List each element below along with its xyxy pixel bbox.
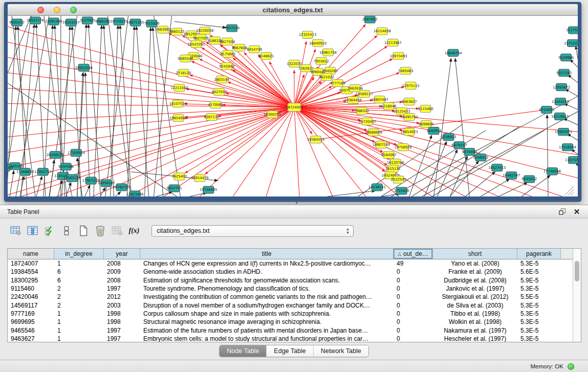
- table-row[interactable]: 969969511998Structural magnetic resonanc…: [8, 318, 573, 326]
- tab-edge-table[interactable]: Edge Table: [267, 345, 313, 357]
- tab-network-table[interactable]: Network Table: [314, 345, 368, 357]
- cell-pagerank[interactable]: 5.9E-5: [517, 277, 561, 284]
- cell-out_de[interactable]: 0: [394, 335, 433, 342]
- cell-out_de[interactable]: 0: [394, 302, 433, 309]
- function-builder-icon[interactable]: f(x): [127, 224, 141, 237]
- cell-name[interactable]: 19384554: [8, 268, 54, 275]
- cell-title[interactable]: Corpus callosum shape and size in male p…: [140, 310, 394, 317]
- cell-short[interactable]: Yano et al. (2008): [433, 260, 517, 267]
- cell-pagerank[interactable]: 5.6E-5: [517, 268, 561, 275]
- table-row[interactable]: 1872400712008Changes of HCN gene express…: [8, 259, 573, 268]
- cell-name[interactable]: 18724007: [8, 260, 54, 267]
- cell-name[interactable]: 18300295: [8, 277, 54, 284]
- cell-in_degree[interactable]: 1: [54, 327, 104, 334]
- cell-short[interactable]: Jankovic et al. (1997): [433, 285, 517, 292]
- table-row[interactable]: 1830029562008Estimation of significance …: [8, 276, 573, 285]
- cell-out_de[interactable]: 0: [394, 293, 433, 300]
- cell-in_degree[interactable]: 1: [54, 310, 104, 317]
- column-header-name[interactable]: name: [8, 249, 54, 259]
- cell-in_degree[interactable]: 2: [54, 285, 104, 292]
- cell-in_degree[interactable]: 6: [54, 277, 104, 284]
- minimize-window-icon[interactable]: [54, 7, 60, 13]
- cell-out_de[interactable]: 0: [394, 268, 433, 275]
- cell-out_de[interactable]: 0: [394, 327, 433, 334]
- cell-year[interactable]: 2008: [104, 260, 140, 267]
- column-header-title[interactable]: title: [140, 249, 394, 259]
- cell-title[interactable]: Changes of HCN gene expression and I(f) …: [140, 260, 394, 267]
- cell-short[interactable]: Dudbridge et al. (2008): [433, 277, 517, 284]
- cell-out_de[interactable]: 0: [394, 277, 433, 284]
- cell-pagerank[interactable]: 5.5E-5: [517, 293, 561, 300]
- network-window-titlebar[interactable]: citations_edges.txt: [8, 4, 578, 16]
- trash-icon[interactable]: [94, 224, 107, 237]
- cell-short[interactable]: Hescheler et al. (1997): [433, 335, 517, 342]
- table-selector-dropdown[interactable]: citations_edges.txt ▲▼: [151, 225, 354, 237]
- row-height-icon[interactable]: [60, 224, 73, 237]
- cell-title[interactable]: Investigating the contribution of common…: [140, 293, 394, 300]
- cell-name[interactable]: 9115460: [8, 285, 54, 292]
- table-row[interactable]: 2242004622012Investigating the contribut…: [8, 293, 573, 301]
- float-panel-icon[interactable]: [557, 207, 568, 216]
- cell-title[interactable]: Embryonic stem cells: a model to study s…: [140, 335, 394, 342]
- resize-grip-icon[interactable]: [564, 186, 574, 195]
- cell-year[interactable]: 2012: [104, 293, 140, 300]
- panel-splitter-handle[interactable]: ▾: [294, 202, 299, 205]
- cell-title[interactable]: Estimation of the future numbers of pati…: [140, 327, 394, 334]
- cell-in_degree[interactable]: 2: [54, 302, 104, 309]
- column-header-short[interactable]: short: [433, 249, 517, 259]
- cell-title[interactable]: Tourette syndrome. Phenomenology and cla…: [140, 285, 394, 292]
- cell-pagerank[interactable]: 5.3E-5: [517, 327, 561, 334]
- cell-year[interactable]: 2009: [104, 268, 140, 275]
- cell-out_de[interactable]: 0: [394, 285, 433, 292]
- cell-title[interactable]: Disruption of a novel member of a sodium…: [140, 302, 394, 309]
- table-row[interactable]: 977716911998Corpus callosum shape and si…: [8, 310, 573, 318]
- cell-out_de[interactable]: 49: [394, 260, 433, 267]
- cell-name[interactable]: 9699695: [8, 318, 54, 325]
- column-header-year[interactable]: year: [104, 249, 140, 259]
- cell-in_degree[interactable]: 1: [54, 335, 104, 342]
- cell-year[interactable]: 2003: [104, 302, 140, 309]
- cell-in_degree[interactable]: 6: [54, 268, 104, 275]
- cell-out_de[interactable]: 0: [394, 310, 433, 317]
- column-header-in_degree[interactable]: in_degree: [54, 249, 104, 259]
- cell-title[interactable]: Genome-wide association studies in ADHD.: [140, 268, 394, 275]
- cell-year[interactable]: 1997: [104, 285, 140, 292]
- table-row[interactable]: 946362711997Embryonic stem cells: a mode…: [8, 335, 573, 342]
- cell-name[interactable]: 14569117: [8, 302, 54, 309]
- column-header-pagerank[interactable]: pagerank: [517, 249, 561, 259]
- cell-pagerank[interactable]: 5.3E-5: [517, 310, 561, 317]
- cell-short[interactable]: Wolkin et al. (1998): [433, 318, 517, 325]
- cell-pagerank[interactable]: 5.3E-5: [517, 285, 561, 292]
- cell-short[interactable]: de Silva et al. (2003): [433, 302, 517, 309]
- network-canvas[interactable]: 9405572205371762769140610553257152700394…: [8, 16, 578, 196]
- table-row[interactable]: 911546021997Tourette syndrome. Phenomeno…: [8, 285, 573, 293]
- zoom-window-icon[interactable]: [70, 7, 77, 13]
- cell-short[interactable]: Tibbo et al. (1998): [433, 310, 517, 317]
- cell-pagerank[interactable]: 5.3E-5: [517, 318, 561, 325]
- cell-name[interactable]: 22420046: [8, 293, 54, 300]
- select-columns-icon[interactable]: [43, 224, 56, 237]
- cell-pagerank[interactable]: 5.3E-5: [517, 335, 561, 342]
- network-svg[interactable]: 9405572205371762769140610553257152700394…: [8, 16, 578, 196]
- cell-name[interactable]: 9465546: [8, 327, 54, 334]
- table-columns-icon[interactable]: [26, 224, 39, 237]
- cell-name[interactable]: 9777169: [8, 310, 54, 317]
- close-panel-icon[interactable]: ✕: [572, 207, 582, 216]
- table-row[interactable]: 1938455462009Genome-wide association stu…: [8, 268, 573, 276]
- cell-name[interactable]: 9463627: [8, 335, 54, 342]
- cell-year[interactable]: 1998: [104, 318, 140, 325]
- cell-year[interactable]: 1998: [104, 310, 140, 317]
- close-window-icon[interactable]: [37, 7, 44, 13]
- new-file-icon[interactable]: [77, 224, 90, 237]
- cell-title[interactable]: Estimation of significance thresholds fo…: [140, 277, 394, 284]
- cell-in_degree[interactable]: 1: [54, 260, 104, 267]
- table-vertical-scrollbar[interactable]: [573, 249, 581, 342]
- table-settings-icon[interactable]: [9, 224, 23, 237]
- cell-title[interactable]: Structural magnetic resonance image aver…: [140, 318, 394, 325]
- cell-short[interactable]: Franke et al. (2009): [433, 268, 517, 275]
- cell-year[interactable]: 2008: [104, 277, 140, 284]
- table-row[interactable]: 946554611997Estimation of the future num…: [8, 326, 573, 334]
- cell-in_degree[interactable]: 2: [54, 293, 104, 300]
- cell-year[interactable]: 1997: [104, 327, 140, 334]
- tab-node-table[interactable]: Node Table: [220, 345, 267, 357]
